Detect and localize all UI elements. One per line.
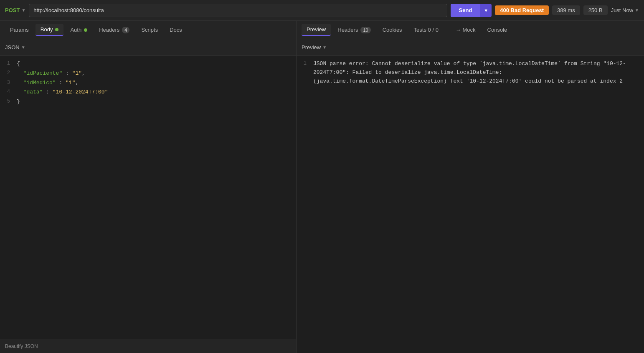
timestamp-chevron-icon: ▼ (635, 8, 639, 13)
method-selector[interactable]: POST ▼ (5, 7, 25, 13)
method-chevron-icon: ▼ (21, 8, 25, 13)
tab-cookies[interactable]: Cookies (378, 24, 407, 35)
code-line-3: 3 "idMedico" : "1", (0, 78, 296, 88)
tab-console-label: Console (487, 27, 507, 33)
preview-format-selector[interactable]: Preview ▼ (302, 44, 327, 50)
timestamp-label: Just Now (611, 7, 633, 13)
url-input[interactable] (29, 4, 447, 17)
beautify-label[interactable]: Beautify JSON (5, 343, 38, 349)
top-bar: POST ▼ Send ▼ 400 Bad Request 389 ms 250… (0, 0, 644, 21)
body-bottom-bar: Beautify JSON (0, 339, 296, 353)
auth-indicator (84, 28, 87, 32)
tab-response-headers-label: Headers (337, 27, 358, 33)
preview-chevron-icon: ▼ (322, 45, 327, 50)
send-button[interactable]: Send (451, 4, 481, 17)
response-panel: Preview Headers 10 Cookies Tests 0 / 0 →… (297, 21, 644, 353)
status-badge: 400 Bad Request (495, 5, 549, 15)
response-size: 250 B (583, 5, 608, 15)
response-headers-badge: 10 (360, 27, 370, 33)
code-line-1: 1 { (0, 59, 296, 69)
tab-tests[interactable]: Tests 0 / 0 (409, 24, 444, 35)
tab-console[interactable]: Console (482, 24, 512, 35)
tab-params[interactable]: Params (5, 24, 34, 35)
tab-body-label: Body (41, 26, 53, 33)
tab-body[interactable]: Body (35, 24, 64, 36)
response-line-1: 1 JSON parse error: Cannot deserialize v… (297, 59, 644, 86)
request-body-editor[interactable]: 1 { 2 "idPaciente" : "1", 3 "idMedico" :… (0, 56, 296, 339)
preview-format-bar: Preview ▼ (297, 39, 644, 56)
tab-cookies-label: Cookies (383, 27, 402, 33)
tab-divider (447, 26, 447, 34)
format-chevron-icon: ▼ (21, 45, 25, 50)
tab-response-headers[interactable]: Headers 10 (332, 24, 375, 36)
body-format-bar: JSON ▼ (0, 39, 296, 56)
tab-mock-label: → Mock (456, 27, 476, 33)
tab-scripts-label: Scripts (141, 27, 158, 33)
timestamp-area: Just Now ▼ (611, 7, 639, 13)
headers-badge: 4 (122, 27, 129, 33)
body-indicator (55, 28, 58, 31)
request-panel: Params Body Auth Headers 4 Scripts Docs (0, 21, 297, 353)
tab-headers[interactable]: Headers 4 (94, 24, 134, 36)
response-tab-bar: Preview Headers 10 Cookies Tests 0 / 0 →… (297, 21, 644, 39)
tab-scripts[interactable]: Scripts (136, 24, 163, 35)
method-label: POST (5, 7, 20, 13)
response-error-text: JSON parse error: Cannot deserialize val… (313, 60, 644, 86)
send-dropdown-button[interactable]: ▼ (480, 4, 492, 17)
code-line-5: 5 } (0, 97, 296, 107)
tab-headers-label: Headers (99, 27, 119, 33)
request-tab-bar: Params Body Auth Headers 4 Scripts Docs (0, 21, 296, 39)
preview-format-label: Preview (302, 44, 321, 50)
response-time: 389 ms (552, 5, 580, 15)
tab-preview[interactable]: Preview (302, 24, 331, 36)
code-line-2: 2 "idPaciente" : "1", (0, 69, 296, 78)
tab-auth[interactable]: Auth (65, 24, 92, 35)
tab-params-label: Params (10, 27, 29, 33)
code-line-4: 4 "data" : "10-12-2024T7:00" (0, 88, 296, 97)
tab-mock[interactable]: → Mock (451, 24, 481, 35)
response-body: 1 JSON parse error: Cannot deserialize v… (297, 56, 644, 353)
tab-docs-label: Docs (170, 27, 182, 33)
format-label: JSON (5, 44, 20, 50)
tab-preview-label: Preview (307, 26, 326, 33)
tab-auth-label: Auth (70, 27, 81, 33)
format-selector[interactable]: JSON ▼ (5, 44, 25, 50)
send-button-group: Send ▼ (451, 4, 492, 17)
tab-tests-label: Tests 0 / 0 (414, 27, 439, 33)
tab-docs[interactable]: Docs (165, 24, 187, 35)
response-line-num: 1 (297, 60, 313, 68)
